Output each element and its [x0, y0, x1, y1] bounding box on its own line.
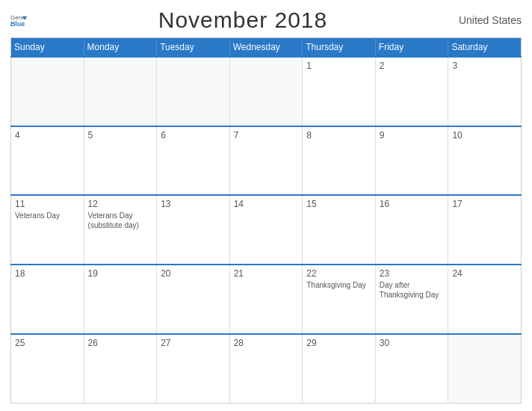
week-row-3: 11Veterans Day12Veterans Day (substitute… [11, 195, 522, 265]
day-number: 26 [88, 338, 153, 348]
holiday-label: Thanksgiving Day [306, 280, 371, 290]
day-number: 3 [452, 61, 517, 71]
day-number: 12 [88, 199, 153, 209]
calendar-table: SundayMondayTuesdayWednesdayThursdayFrid… [10, 37, 522, 404]
day-number: 18 [15, 268, 80, 279]
logo-icon: General Blue [10, 12, 27, 28]
weekday-monday: Monday [84, 38, 157, 58]
day-number: 27 [161, 338, 226, 348]
calendar-cell: 5 [84, 126, 157, 196]
calendar-cell: 24 [448, 265, 522, 334]
calendar-cell: 10 [448, 126, 522, 196]
weekday-sunday: Sunday [11, 38, 84, 58]
day-number: 28 [234, 338, 299, 348]
calendar-cell: 16 [375, 195, 448, 265]
calendar-cell [229, 57, 303, 126]
day-number: 25 [15, 338, 80, 348]
calendar-cell [11, 57, 84, 126]
calendar-cell: 15 [303, 195, 376, 265]
day-number: 4 [15, 130, 80, 140]
calendar-cell: 17 [448, 195, 522, 265]
calendar-cell: 12Veterans Day (substitute day) [84, 195, 157, 265]
day-number: 20 [161, 268, 226, 279]
day-number: 15 [306, 199, 371, 209]
calendar-cell: 11Veterans Day [11, 195, 84, 265]
calendar-cell: 14 [229, 195, 303, 265]
day-number: 21 [234, 268, 299, 279]
weekday-header-row: SundayMondayTuesdayWednesdayThursdayFrid… [11, 38, 522, 58]
calendar-cell: 28 [229, 334, 303, 404]
day-number: 8 [306, 130, 371, 140]
calendar-cell [448, 334, 522, 404]
day-number: 5 [88, 130, 153, 140]
calendar-cell: 20 [157, 265, 230, 334]
header: General Blue November 2018 United States [10, 7, 522, 33]
weekday-thursday: Thursday [303, 38, 376, 58]
day-number: 16 [380, 199, 445, 209]
day-number: 17 [452, 199, 517, 209]
day-number: 24 [452, 268, 517, 279]
holiday-label: Veterans Day (substitute day) [88, 211, 153, 230]
calendar-page: General Blue November 2018 United States… [0, 0, 532, 411]
calendar-cell: 29 [303, 334, 376, 404]
calendar-cell: 9 [375, 126, 448, 196]
week-row-4: 1819202122Thanksgiving Day23Day after Th… [11, 265, 522, 334]
day-number: 10 [452, 130, 517, 140]
calendar-cell: 23Day after Thanksgiving Day [375, 265, 448, 334]
calendar-cell: 27 [157, 334, 230, 404]
day-number: 19 [88, 268, 153, 279]
calendar-cell: 25 [11, 334, 84, 404]
logo: General Blue [10, 12, 27, 28]
calendar-cell: 21 [229, 265, 303, 334]
day-number: 23 [380, 268, 445, 279]
calendar-cell: 13 [157, 195, 230, 265]
calendar-cell: 1 [303, 57, 376, 126]
calendar-cell: 2 [375, 57, 448, 126]
calendar-cell: 18 [11, 265, 84, 334]
day-number: 1 [306, 61, 371, 71]
week-row-2: 45678910 [11, 126, 522, 196]
calendar-cell: 4 [11, 126, 84, 196]
calendar-cell: 26 [84, 334, 157, 404]
calendar-cell [157, 57, 230, 126]
day-number: 9 [380, 130, 445, 140]
day-number: 11 [15, 199, 80, 209]
day-number: 14 [234, 199, 299, 209]
calendar-cell: 22Thanksgiving Day [303, 265, 376, 334]
calendar-cell: 7 [229, 126, 303, 196]
weekday-tuesday: Tuesday [157, 38, 230, 58]
week-row-1: 123 [11, 57, 522, 126]
calendar-cell [84, 57, 157, 126]
calendar-cell: 6 [157, 126, 230, 196]
weekday-saturday: Saturday [448, 38, 522, 58]
calendar-cell: 30 [375, 334, 448, 404]
holiday-label: Veterans Day [15, 211, 80, 220]
day-number: 2 [380, 61, 445, 71]
svg-text:Blue: Blue [10, 20, 25, 28]
calendar-cell: 19 [84, 265, 157, 334]
day-number: 13 [161, 199, 226, 209]
calendar-cell: 8 [303, 126, 376, 196]
day-number: 30 [380, 338, 445, 348]
calendar-cell: 3 [448, 57, 522, 126]
day-number: 7 [234, 130, 299, 140]
day-number: 29 [306, 338, 371, 348]
country-label: United States [459, 14, 522, 26]
weekday-friday: Friday [375, 38, 448, 58]
week-row-5: 252627282930 [11, 334, 522, 404]
day-number: 6 [161, 130, 226, 140]
day-number: 22 [306, 268, 371, 279]
page-title: November 2018 [158, 7, 327, 33]
weekday-wednesday: Wednesday [229, 38, 303, 58]
holiday-label: Day after Thanksgiving Day [380, 280, 445, 300]
